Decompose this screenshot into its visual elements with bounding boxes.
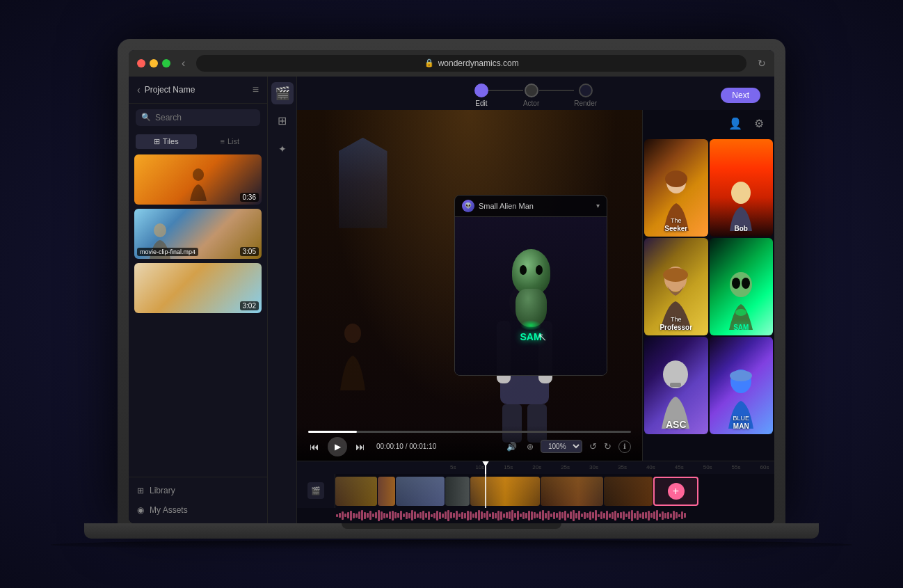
- svg-point-1: [154, 223, 166, 237]
- url-text: wonderdynamics.com: [438, 58, 519, 68]
- media-list: 0:36 movie-clip-final.m: [129, 152, 267, 477]
- tool-film-icon[interactable]: 🎬: [271, 82, 294, 104]
- workflow-step-actor: Actor: [523, 84, 539, 107]
- menu-icon[interactable]: ≡: [253, 84, 259, 96]
- browser-refresh-button[interactable]: ↻: [758, 58, 766, 69]
- step-label-render: Render: [574, 100, 597, 107]
- laptop-base: [84, 523, 819, 539]
- step-label-edit: Edit: [475, 100, 487, 107]
- clip-5[interactable]: [470, 477, 540, 506]
- clip-4[interactable]: [445, 477, 470, 506]
- character-card-blueman[interactable]: BLUEMAN: [710, 337, 774, 434]
- sam-left-eye: [520, 265, 527, 275]
- search-icon: 🔍: [141, 113, 151, 122]
- browser-back-button[interactable]: ‹: [182, 57, 185, 70]
- list-icon: ≡: [220, 137, 224, 145]
- media-duration-badge: 0:36: [240, 193, 259, 202]
- svg-rect-21: [670, 383, 681, 387]
- track-controls: 🎬: [297, 474, 335, 508]
- popup-header-info: 👽 Small Alien Man: [462, 200, 534, 212]
- list-item[interactable]: 3:02: [134, 263, 262, 313]
- timeline-clips: +: [335, 474, 774, 508]
- sam-body: [516, 289, 547, 327]
- volume-icon[interactable]: 🔊: [506, 442, 517, 452]
- clip-1[interactable]: [335, 477, 377, 506]
- my-assets-nav-item[interactable]: ◉ My Assets: [137, 502, 259, 518]
- tool-wand-icon[interactable]: ✦: [271, 138, 294, 160]
- svg-point-13: [663, 268, 688, 282]
- list-item[interactable]: 0:36: [134, 154, 262, 205]
- redo-button[interactable]: ↻: [604, 441, 612, 452]
- sidebar-search[interactable]: 🔍: [136, 109, 260, 126]
- svg-point-17: [735, 309, 746, 316]
- svg-point-2: [344, 324, 361, 343]
- seeker-card-name: TheSeeker: [648, 217, 704, 232]
- tiles-view-button[interactable]: ⊞ Tiles: [136, 134, 197, 149]
- undo-button[interactable]: ↺: [589, 441, 597, 452]
- character-card-asc[interactable]: ASC: [644, 337, 708, 434]
- info-button[interactable]: ℹ: [618, 440, 631, 453]
- main-content: Edit Actor Render: [297, 77, 774, 461]
- traffic-light-yellow[interactable]: [150, 59, 158, 67]
- video-right-row: 👽 Small Alien Man ▾: [297, 110, 774, 461]
- app-layout: ‹ Project Name ≡ 🔍 ⊞ Til: [129, 77, 774, 523]
- sam-card-art: [722, 271, 760, 330]
- sidebar-header-left: ‹ Project Name: [137, 84, 195, 95]
- play-button[interactable]: ▶: [328, 437, 347, 456]
- tiles-icon: ⊞: [154, 137, 160, 146]
- back-arrow-icon[interactable]: ‹: [137, 84, 141, 95]
- track-content: +: [335, 474, 774, 508]
- character-card-seeker[interactable]: TheSeeker: [644, 139, 708, 237]
- right-panel: 👤 ⚙: [642, 110, 774, 461]
- clip-3[interactable]: [396, 477, 445, 506]
- time-display: 00:00:10 / 00:01:10: [376, 443, 436, 450]
- right-panel-top: 👤 ⚙: [643, 110, 774, 138]
- traffic-light-green[interactable]: [162, 59, 170, 67]
- tool-grid-icon[interactable]: ⊞: [271, 110, 294, 132]
- blueman-card-name: BLUEMAN: [714, 415, 769, 430]
- video-controls: ⏮ ▶ ⏭ 00:00:10 / 00:01:10: [297, 425, 642, 461]
- clip-6[interactable]: [541, 477, 603, 506]
- svg-point-16: [742, 278, 750, 289]
- cursor-pointer: ↖: [538, 331, 547, 344]
- audio-settings-icon[interactable]: ⊕: [527, 442, 534, 452]
- character-card-sam[interactable]: SAM: [710, 238, 774, 335]
- step-connector-1: [488, 90, 523, 91]
- svg-point-15: [732, 278, 740, 289]
- clip-2[interactable]: [378, 477, 395, 506]
- next-button[interactable]: Next: [721, 88, 760, 103]
- character-card-bob[interactable]: Bob: [710, 139, 774, 237]
- url-bar[interactable]: 🔒 wonderdynamics.com: [196, 55, 746, 72]
- sam-character: SAM: [512, 249, 550, 342]
- media-file-label: movie-clip-final.mp4: [137, 248, 198, 256]
- clip-7[interactable]: [604, 477, 653, 506]
- skip-back-button[interactable]: ⏮: [308, 440, 321, 454]
- library-nav-item[interactable]: ⊞ Library: [137, 483, 259, 498]
- add-clip-button[interactable]: +: [653, 477, 698, 506]
- timeline-playhead-line: [485, 474, 486, 508]
- user-icon[interactable]: 👤: [726, 114, 745, 134]
- list-label: List: [227, 137, 239, 145]
- timeline-tracks: 🎬: [297, 474, 774, 508]
- popup-header: 👽 Small Alien Man ▾: [455, 196, 607, 217]
- laptop-shadow: [51, 540, 852, 550]
- zoom-select[interactable]: 100%: [541, 440, 582, 453]
- popup-actor-avatar: 👽: [462, 200, 474, 212]
- list-item[interactable]: movie-clip-final.mp4 3:05: [134, 209, 262, 259]
- svg-point-11: [731, 182, 751, 204]
- traffic-light-red[interactable]: [137, 59, 145, 67]
- progress-bar[interactable]: [308, 431, 631, 433]
- skip-forward-button[interactable]: ⏭: [354, 440, 367, 454]
- settings-icon[interactable]: ⚙: [749, 114, 769, 134]
- list-view-button[interactable]: ≡ List: [200, 134, 261, 149]
- add-clip-plus-button[interactable]: +: [668, 483, 685, 500]
- tiles-label: Tiles: [163, 137, 179, 145]
- character-card-professor[interactable]: TheProfessor: [644, 238, 708, 335]
- search-input[interactable]: [155, 113, 255, 122]
- popup-dropdown-icon[interactable]: ▾: [596, 202, 600, 209]
- progress-bar-fill: [308, 431, 357, 433]
- ruler-marks: 5s10s15s20s 25s30s35s40s 45s50s55s60s: [450, 464, 769, 470]
- timeline-ruler: 5s10s15s20s 25s30s35s40s 45s50s55s60s: [297, 461, 774, 474]
- step-circle-actor: [525, 84, 538, 97]
- tool-sidebar: 🎬 ⊞ ✦: [268, 77, 297, 523]
